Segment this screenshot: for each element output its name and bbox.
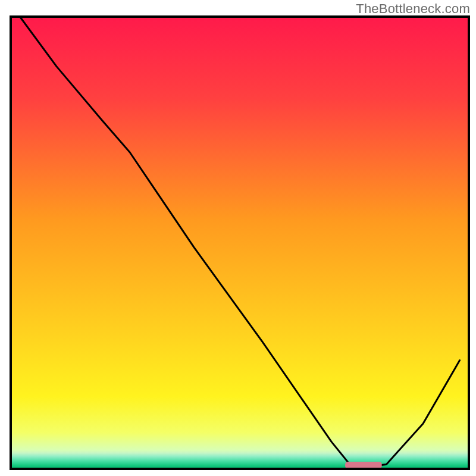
chart-container: TheBottleneck.com bbox=[0, 0, 476, 476]
watermark-label: TheBottleneck.com bbox=[356, 1, 470, 17]
chart-gradient-fill bbox=[11, 17, 469, 469]
bottleneck-chart bbox=[0, 0, 476, 476]
